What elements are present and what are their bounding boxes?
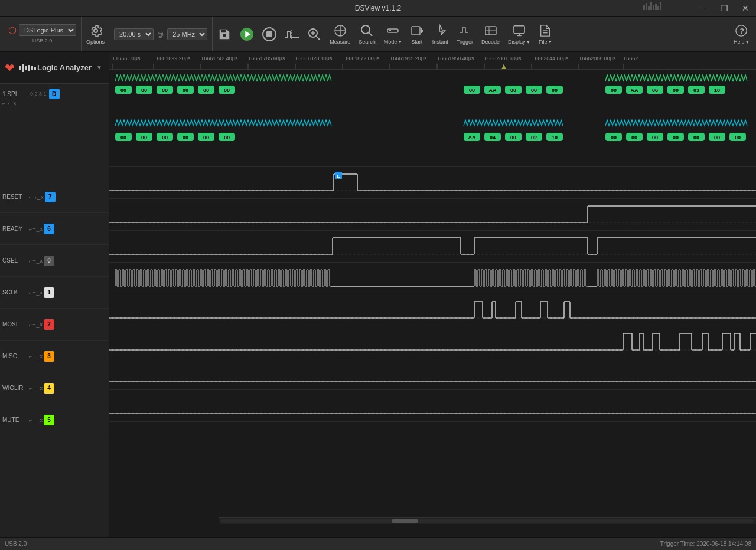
svg-text:+6662044.80μs: +6662044.80μs [532, 55, 569, 61]
svg-text:00: 00 [510, 87, 516, 93]
logo-icon: ❤ [5, 61, 15, 75]
channel-name-reset: RESET [2, 194, 29, 200]
svg-marker-19 [439, 25, 445, 35]
svg-text:03: 03 [693, 87, 699, 93]
search-icon [360, 24, 374, 38]
instant-button[interactable]: Instant [429, 21, 452, 47]
svg-text:00: 00 [531, 87, 537, 93]
svg-rect-20 [485, 27, 496, 35]
svg-text:00: 00 [162, 135, 168, 140]
channel-row-wiglir: WIGLIR ⌐¬_x 4 [0, 372, 109, 404]
mute-badge[interactable]: 5 [44, 415, 54, 425]
display-button[interactable]: Display ▾ [504, 21, 533, 47]
svg-text:00: 00 [673, 87, 679, 93]
help-button[interactable]: ? Help ▾ [730, 21, 752, 47]
svg-text:+6661872.00μs: +6661872.00μs [343, 55, 380, 61]
trigger-button[interactable]: Trigger [453, 21, 477, 47]
close-button[interactable]: ✕ [735, 0, 756, 17]
stop-button[interactable] [259, 25, 280, 44]
file-icon [538, 24, 552, 38]
channel-name-miso: MISO [2, 353, 29, 359]
trigger-label: Trigger [457, 39, 473, 45]
expand-icon[interactable]: ▼ [96, 64, 102, 71]
help-icon: ? [734, 24, 748, 38]
svg-text:00: 00 [673, 135, 679, 140]
main-area: ❤ Logic Analyzer ▼ 1:SPI 0, [0, 52, 756, 537]
channel-name-spi: 1:SPI [2, 91, 29, 97]
svg-text:00: 00 [120, 135, 126, 140]
svg-text:06: 06 [652, 87, 658, 93]
search-button[interactable]: Search [355, 21, 379, 47]
svg-text:00: 00 [631, 135, 637, 140]
trigger-icon [458, 24, 472, 38]
statusbar: USB 2.0 Trigger Time: 2020-06-18 14:14:0… [0, 537, 756, 550]
restore-button[interactable]: ❐ [713, 0, 735, 17]
svg-text:AA: AA [468, 135, 476, 140]
svg-text:00: 00 [611, 135, 617, 140]
options-button[interactable]: Options [83, 21, 108, 47]
mosi-badge[interactable]: 2 [44, 319, 54, 330]
time-select[interactable]: 20.00 s [114, 28, 154, 40]
svg-text:00: 00 [120, 87, 126, 93]
spi-trigger-icons: ⌐¬_x [2, 100, 106, 106]
run-button[interactable] [236, 25, 258, 44]
mosi-trigger: ⌐¬_x [29, 322, 43, 328]
svg-text:04: 04 [490, 135, 496, 140]
csel-badge[interactable]: 0 [44, 256, 54, 266]
measure-button[interactable]: Measure [326, 21, 354, 47]
start-label-btn[interactable]: Start [406, 21, 428, 47]
svg-text:10: 10 [552, 135, 558, 140]
logo-area: ❤ Logic Analyzer ▼ [0, 52, 109, 84]
sclk-badge[interactable]: 1 [44, 287, 54, 298]
save-button[interactable] [214, 25, 235, 44]
miso-badge[interactable]: 3 [44, 351, 54, 362]
wave-row-csel [109, 231, 756, 263]
statusbar-left: USB 2.0 [5, 541, 27, 547]
horizontal-scrollbar[interactable] [219, 517, 756, 524]
zoom-button[interactable] [304, 25, 325, 44]
channel-name-ready: READY [2, 225, 29, 232]
sclk-trigger: ⌐¬_x [29, 290, 43, 296]
svg-text:+6662001.60μs: +6662001.60μs [484, 55, 522, 61]
device-area: ⬡ DSLogic Plus USB 2.0 [4, 17, 82, 51]
device-select[interactable]: DSLogic Plus [19, 24, 76, 36]
svg-text:00: 00 [203, 135, 209, 140]
window-controls[interactable]: – ❐ ✕ [692, 0, 756, 17]
usb-label: USB 2.0 [32, 38, 53, 44]
spi-config: 0,2,3,1 [30, 91, 47, 97]
spi-badge[interactable]: D [49, 89, 60, 99]
svg-text:+6661958.40μs: +6661958.40μs [437, 55, 474, 61]
ready-trigger: ⌐¬_x [29, 226, 43, 232]
file-button[interactable]: File ▾ [535, 21, 556, 47]
svg-rect-15 [389, 30, 391, 31]
decode-button[interactable]: Decode [478, 21, 503, 47]
reset-badge[interactable]: 7 [45, 192, 56, 202]
run-icon [240, 27, 254, 41]
stop-icon [262, 27, 276, 41]
usb-status: USB 2.0 [5, 541, 27, 547]
channel-row-mosi: MOSI ⌐¬_x 2 [0, 309, 109, 341]
svg-text:02: 02 [531, 135, 537, 140]
svg-text:+6661785.60μs: +6661785.60μs [248, 55, 285, 61]
svg-text:00: 00 [183, 135, 188, 140]
svg-rect-3 [266, 31, 272, 37]
display-label: Display ▾ [508, 39, 530, 45]
scroll-thumb[interactable] [392, 519, 418, 523]
wiglir-badge[interactable]: 4 [44, 383, 54, 394]
single-button[interactable] [281, 25, 302, 44]
svg-text:+6661828.80μs: +6661828.80μs [295, 55, 333, 61]
wave-row-reset: L [109, 167, 756, 199]
svg-rect-33 [28, 65, 30, 71]
mini-chart-icon [643, 2, 662, 10]
wave-row-miso [109, 326, 756, 358]
sample-rate-select[interactable]: 25 MHz [167, 28, 207, 40]
mode-icon [386, 24, 400, 38]
channel-name-sclk: SCLK [2, 289, 29, 296]
waveform-area[interactable]: +1656.00μs +6661699.20μs +6661742.40μs +… [109, 52, 756, 537]
wave-row-ready [109, 199, 756, 231]
svg-rect-35 [34, 67, 36, 70]
minimize-button[interactable]: – [692, 0, 713, 17]
mode-button[interactable]: Mode ▾ [380, 21, 405, 47]
ready-badge[interactable]: 6 [44, 224, 54, 234]
svg-text:L: L [337, 173, 340, 179]
